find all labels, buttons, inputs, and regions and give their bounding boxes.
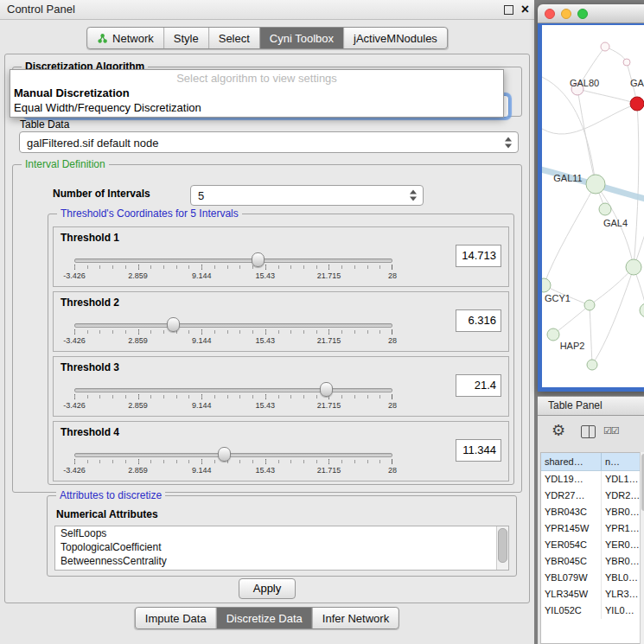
threshold-label: Threshold 1 bbox=[61, 232, 119, 244]
thresholds-group-title: Threshold's Coordinates for 5 Intervals bbox=[57, 207, 242, 220]
table-row[interactable]: YPR145WYPR1… bbox=[541, 520, 644, 537]
slider-thumb[interactable] bbox=[320, 382, 333, 397]
tab-style[interactable]: Style bbox=[163, 28, 208, 48]
cell: YIL0… bbox=[602, 603, 644, 619]
scale-label: 9.144 bbox=[192, 401, 212, 410]
node-label-gal80: GAL80 bbox=[570, 78, 599, 88]
apply-button[interactable]: Apply bbox=[239, 578, 296, 599]
threshold-panel: Threshold 4 -3.4262.8599.14415.4321.7152… bbox=[53, 421, 509, 481]
table-row[interactable]: YDL19…YDL1… bbox=[541, 471, 644, 488]
table-data-combobox[interactable]: galFiltered.sif default node bbox=[19, 131, 519, 153]
scrollbar-thumb[interactable] bbox=[498, 528, 507, 563]
zoom-button[interactable] bbox=[577, 9, 588, 19]
node-gal11[interactable] bbox=[586, 175, 605, 194]
float-window-icon[interactable] bbox=[504, 5, 513, 15]
slider-track[interactable] bbox=[74, 388, 392, 392]
slider-thumb[interactable] bbox=[252, 252, 265, 267]
node[interactable] bbox=[640, 303, 644, 317]
scale-label: 28 bbox=[388, 401, 397, 410]
threshold-value-field[interactable]: 21.4 bbox=[456, 374, 501, 397]
threshold-slider[interactable]: -3.4262.8599.14415.4321.71528 bbox=[74, 383, 392, 412]
tab-discretize-data[interactable]: Discretize Data bbox=[216, 608, 312, 628]
node[interactable] bbox=[601, 42, 609, 51]
node[interactable] bbox=[626, 259, 641, 275]
number-of-intervals-label: Number of Intervals bbox=[53, 188, 150, 200]
table-panel-header[interactable]: Table Panel bbox=[538, 396, 644, 416]
node-gcy1[interactable] bbox=[542, 278, 551, 292]
number-of-intervals-combobox[interactable]: 5 bbox=[190, 185, 424, 206]
cell: YBR0… bbox=[602, 504, 644, 520]
algorithm-dropdown-popup: Select algorithm to view settings Manual… bbox=[10, 69, 504, 118]
threshold-value-field[interactable]: 14.713 bbox=[456, 245, 501, 267]
threshold-label: Threshold 2 bbox=[61, 296, 119, 309]
list-item[interactable]: TopologicalCoefficient bbox=[55, 540, 508, 554]
table-row[interactable]: YBR045CYBR0… bbox=[541, 553, 644, 570]
scale-label: 15.43 bbox=[256, 466, 276, 475]
gear-icon[interactable]: ⚙ bbox=[552, 421, 565, 440]
network-canvas[interactable]: GAL80 GA GAL11 GAL4 GCY1 HAP2 bbox=[542, 25, 644, 387]
slider-scale-labels: -3.4262.8599.14415.4321.71528 bbox=[74, 271, 392, 281]
minimize-button[interactable] bbox=[561, 9, 571, 19]
combo-stepper-icon bbox=[505, 137, 513, 148]
slider-track[interactable] bbox=[74, 258, 392, 263]
bottom-tab-bar: Impute Data Discretize Data Infer Networ… bbox=[135, 607, 399, 629]
close-icon[interactable]: × bbox=[521, 1, 529, 18]
dropdown-option-equal-width-frequency[interactable]: Equal Width/Frequency Discretization bbox=[10, 100, 503, 115]
numerical-attributes-list[interactable]: SelfLoops TopologicalCoefficient Between… bbox=[54, 526, 509, 571]
table-row[interactable]: YBL079WYBL0… bbox=[541, 570, 644, 586]
network-graph[interactable]: GAL80 GA GAL11 GAL4 GCY1 HAP2 bbox=[542, 25, 644, 386]
control-panel-titlebar: Control Panel × bbox=[0, 0, 534, 20]
cell: YDR27… bbox=[541, 488, 602, 504]
tab-jactivemnodules[interactable]: jActiveMNodules bbox=[343, 28, 447, 48]
slider-minor-ticks bbox=[74, 395, 392, 399]
tab-label: jActiveMNodules bbox=[354, 32, 437, 45]
threshold-slider[interactable]: -3.4262.8599.14415.4321.71528 bbox=[74, 318, 392, 348]
cell: YPR1… bbox=[602, 520, 644, 537]
tab-label: Cyni Toolbox bbox=[270, 32, 334, 45]
slider-track[interactable] bbox=[74, 323, 392, 328]
tab-impute-data[interactable]: Impute Data bbox=[136, 608, 216, 628]
close-button[interactable] bbox=[545, 9, 555, 19]
node-label-gcy1: GCY1 bbox=[545, 293, 571, 303]
table-row[interactable]: YBR043CYBR0… bbox=[541, 504, 644, 520]
top-tab-bar: Network Style Select Cyni Toolbox jActiv… bbox=[86, 27, 448, 49]
network-frame: GAL80 GA GAL11 GAL4 GCY1 HAP2 bbox=[538, 23, 644, 392]
slider-thumb[interactable] bbox=[167, 317, 180, 332]
attributes-list-scrollbar[interactable] bbox=[496, 526, 508, 570]
cell: YIL052C bbox=[541, 603, 602, 619]
table-row[interactable]: YIL052CYIL0… bbox=[541, 603, 644, 619]
list-item[interactable]: BetweennessCentrality bbox=[55, 554, 508, 568]
node-hap2[interactable] bbox=[547, 328, 559, 341]
node-red[interactable] bbox=[630, 97, 644, 111]
scale-label: 2.859 bbox=[128, 466, 148, 475]
column-header-shared-name[interactable]: shared… bbox=[541, 453, 602, 470]
threshold-slider[interactable]: -3.4262.8599.14415.4321.71528 bbox=[74, 448, 392, 477]
column-header-name[interactable]: n… bbox=[602, 453, 644, 470]
columns-icon[interactable] bbox=[581, 425, 596, 438]
tab-label: Infer Network bbox=[322, 612, 389, 625]
threshold-slider[interactable]: -3.4262.8599.14415.4321.71528 bbox=[74, 253, 392, 283]
threshold-value-field[interactable]: 11.344 bbox=[456, 439, 501, 462]
node[interactable] bbox=[623, 59, 630, 66]
table-scrollbar[interactable] bbox=[640, 452, 644, 644]
node-gal4[interactable] bbox=[599, 203, 611, 215]
tab-network[interactable]: Network bbox=[87, 28, 163, 48]
slider-track[interactable] bbox=[74, 453, 392, 457]
tab-cyni-toolbox[interactable]: Cyni Toolbox bbox=[259, 28, 343, 48]
tab-select[interactable]: Select bbox=[208, 28, 259, 48]
node[interactable] bbox=[584, 300, 595, 310]
tab-label: Style bbox=[174, 32, 199, 45]
threshold-value-field[interactable]: 6.316 bbox=[456, 309, 501, 332]
table-row[interactable]: YLR345WYLR3… bbox=[541, 586, 644, 603]
table-row[interactable]: YER054CYER0… bbox=[541, 537, 644, 553]
network-window-titlebar bbox=[538, 4, 644, 23]
threshold-panel: Threshold 1 -3.4262.8599.14415.4321.7152… bbox=[53, 226, 509, 287]
list-item[interactable]: SelfLoops bbox=[55, 526, 508, 540]
table-row[interactable]: YDR27…YDR2… bbox=[541, 488, 644, 504]
node[interactable] bbox=[587, 360, 597, 370]
slider-thumb[interactable] bbox=[218, 447, 231, 462]
number-of-intervals-value: 5 bbox=[198, 189, 204, 202]
checkbox-columns-icon[interactable]: ☑☑ bbox=[603, 425, 619, 437]
tab-infer-network[interactable]: Infer Network bbox=[312, 608, 399, 628]
dropdown-option-manual-discretization[interactable]: Manual Discretization bbox=[10, 86, 503, 100]
